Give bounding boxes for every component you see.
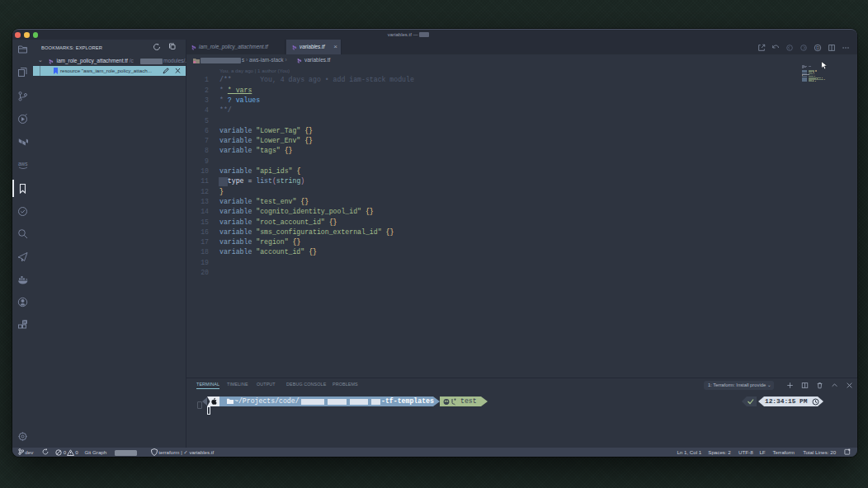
svg-text:D: D <box>816 45 819 50</box>
svg-text:aws: aws <box>18 161 28 167</box>
